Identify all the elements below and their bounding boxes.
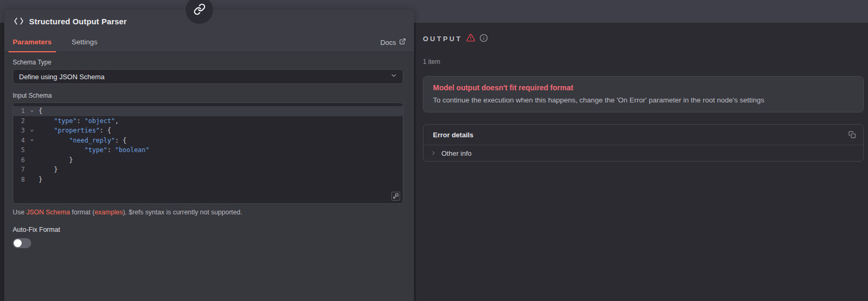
fold-spacer (25, 155, 39, 165)
row-label: Other info (441, 149, 472, 157)
tab-bar: ParametersSettings Docs (4, 33, 414, 52)
fold-chevron-icon[interactable] (25, 106, 39, 116)
chevron-right-icon (430, 150, 437, 156)
line-number: 6 (13, 155, 25, 165)
line-number: 1 (13, 106, 25, 116)
fold-chevron-icon[interactable] (25, 126, 39, 136)
chevron-down-icon (390, 72, 398, 81)
info-circle-icon[interactable] (479, 34, 488, 44)
code-text: "properties": { (39, 126, 403, 136)
docs-link[interactable]: Docs (380, 33, 406, 52)
editor-line: 2 "type": "object", (13, 116, 403, 126)
editor-line: 5 "type": "boolean" (13, 145, 403, 155)
error-details-row-other-info[interactable]: Other info (423, 145, 863, 161)
autofix-format-toggle[interactable] (13, 238, 31, 248)
editor-line: 4 "need_reply": { (13, 136, 403, 146)
line-number: 5 (13, 145, 25, 155)
expand-editor-icon[interactable] (391, 192, 400, 201)
input-schema-label: Input Schema (13, 92, 403, 99)
code-text: { (39, 106, 403, 116)
link-icon (193, 3, 206, 17)
editor-line: 6 } (13, 155, 403, 165)
error-details-box: Error details Other info (423, 124, 864, 162)
code-text: } (39, 175, 403, 185)
code-text: "need_reply": { (39, 136, 403, 146)
hint-link[interactable]: JSON Schema (26, 209, 70, 216)
line-number: 4 (13, 136, 25, 146)
error-details-title: Error details (433, 131, 474, 139)
schema-type-select[interactable]: Define using JSON Schema (13, 69, 403, 84)
tab-settings[interactable]: Settings (68, 33, 102, 52)
fold-chevron-icon[interactable] (25, 136, 39, 146)
fold-spacer (25, 175, 39, 185)
json-schema-editor[interactable]: 1{2 "type": "object",3 "properties": {4 … (13, 102, 403, 204)
docs-label: Docs (380, 39, 396, 46)
line-number: 8 (13, 175, 25, 185)
editor-line: 8} (13, 175, 403, 185)
line-number: 7 (13, 165, 25, 175)
copy-icon[interactable] (848, 131, 856, 138)
error-description: To continue the execution when this happ… (433, 96, 854, 104)
editor-line: 1{ (13, 106, 403, 116)
schema-type-label: Schema Type (13, 59, 403, 66)
line-number: 2 (13, 116, 25, 126)
external-link-icon (399, 38, 406, 46)
editor-line: 7 } (13, 165, 403, 175)
error-title: Model output doesn't fit required format (433, 83, 854, 92)
editor-line: 3 "properties": { (13, 126, 403, 136)
items-count: 1 item (423, 58, 864, 65)
autofix-format-label: Auto-Fix Format (13, 226, 403, 233)
toggle-knob (14, 239, 22, 247)
code-brackets-icon (14, 17, 24, 25)
schema-type-value: Define using JSON Schema (19, 73, 105, 81)
tab-parameters[interactable]: Parameters (8, 33, 56, 52)
hint-link[interactable]: examples (95, 209, 123, 216)
output-panel-title: OUTPUT (423, 35, 462, 43)
output-panel: OUTPUT 1 item Model output doesn't fit r… (416, 23, 868, 301)
node-title: Structured Output Parser (29, 17, 127, 26)
code-text: } (39, 155, 403, 165)
code-text: } (39, 165, 403, 175)
schema-format-hint: Use JSON Schema format (examples). $refs… (13, 209, 403, 216)
fold-spacer (25, 165, 39, 175)
line-number: 3 (13, 126, 25, 136)
code-text: "type": "object", (39, 116, 403, 126)
fold-spacer (25, 116, 39, 126)
node-settings-card: Structured Output Parser ParametersSetti… (4, 10, 414, 301)
error-callout: Model output doesn't fit required format… (423, 76, 864, 112)
warning-triangle-icon (466, 33, 475, 44)
fold-spacer (25, 145, 39, 155)
code-text: "type": "boolean" (39, 145, 403, 155)
